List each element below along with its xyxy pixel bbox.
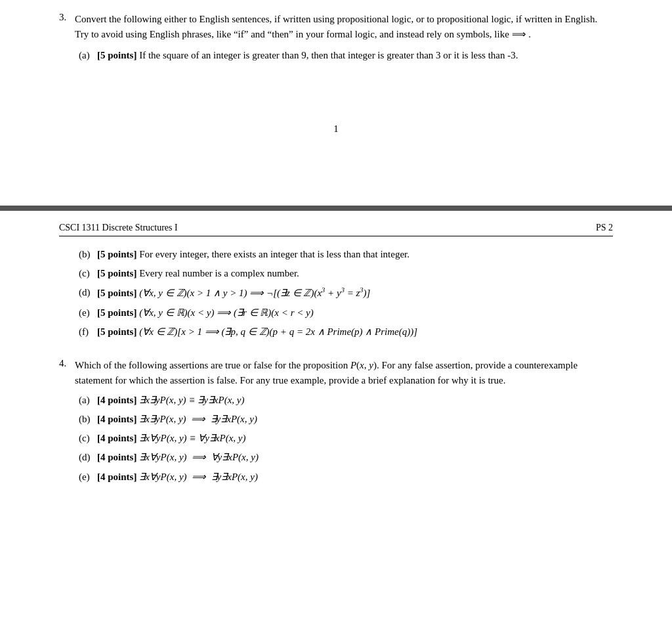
q4c-content: [4 points] ∃x∀yP(x, y) ≡ ∀y∃xP(x, y) <box>97 431 246 446</box>
page-header: CSCI 1311 Discrete Structures I PS 2 <box>59 223 613 236</box>
q4c-math: ∃x∀yP(x, y) ≡ ∀y∃xP(x, y) <box>139 433 245 443</box>
q4e-label: (e) <box>79 470 93 485</box>
q3a-label: (a) <box>79 48 93 63</box>
q3b-label: (b) <box>79 247 93 262</box>
q4-part-d: (d) [4 points] ∃x∀yP(x, y) ⟹ ∀y∃xP(x, y) <box>79 450 613 465</box>
q3e-points: [5 points] <box>97 307 136 318</box>
q4c-points: [4 points] <box>97 433 136 443</box>
q3-part-c: (c) [5 points] Every real number is a co… <box>79 266 613 281</box>
q3d-label: (d) <box>79 285 93 301</box>
q4e-content: [4 points] ∃x∀yP(x, y) ⟹ ∃y∃xP(x, y) <box>97 470 258 485</box>
q3e-label: (e) <box>79 305 93 320</box>
page-top: 3. Convert the following either to Engli… <box>0 0 672 206</box>
q3b-text: For every integer, there exists an integ… <box>139 249 410 259</box>
q3-part-e: (e) [5 points] (∀x, y ∈ ℝ)(x < y) ⟹ (∃r … <box>79 305 613 320</box>
page-number: 1 <box>59 123 613 135</box>
q3a-content: [5 points] If the square of an integer i… <box>97 48 518 63</box>
q3e-math: (∀x, y ∈ ℝ)(x < y) ⟹ (∃r ∈ ℝ)(x < r < y) <box>139 307 314 318</box>
q4b-label: (b) <box>79 412 93 427</box>
q3f-math: (∀x ∈ ℤ)[x > 1 ⟹ (∃p, q ∈ ℤ)(p + q = 2x … <box>139 326 417 337</box>
q3d-math: (∀x, y ∈ ℤ)(x > 1 ∧ y > 1) ⟹ ¬[(∃z ∈ ℤ)(… <box>139 288 370 298</box>
q3c-content: [5 points] Every real number is a comple… <box>97 266 299 281</box>
q3-parts-bf: (b) [5 points] For every integer, there … <box>59 247 613 340</box>
q4d-content: [4 points] ∃x∀yP(x, y) ⟹ ∀y∃xP(x, y) <box>97 450 259 465</box>
q4a-label: (a) <box>79 393 93 408</box>
q3f-label: (f) <box>79 324 93 340</box>
spacer2 <box>59 146 613 186</box>
q3c-points: [5 points] <box>97 268 136 278</box>
q3a-points: [5 points] <box>97 50 136 60</box>
q3c-label: (c) <box>79 266 93 281</box>
q4-part-c: (c) [4 points] ∃x∀yP(x, y) ≡ ∀y∃xP(x, y) <box>79 431 613 446</box>
q3d-points: [5 points] <box>97 288 136 298</box>
q3-part-b: (b) [5 points] For every integer, there … <box>79 247 613 262</box>
q4-part-e: (e) [4 points] ∃x∀yP(x, y) ⟹ ∃y∃xP(x, y) <box>79 470 613 485</box>
page-bottom: CSCI 1311 Discrete Structures I PS 2 (b)… <box>0 211 672 504</box>
question-4: 4. Which of the following assertions are… <box>59 358 613 485</box>
q3c-text: Every real number is a complex number. <box>139 268 299 278</box>
q4-number: 4. <box>59 358 71 389</box>
q4e-math: ∃x∀yP(x, y) ⟹ ∃y∃xP(x, y) <box>139 472 258 482</box>
q4b-math: ∃x∃yP(x, y) ⟹ ∃y∃xP(x, y) <box>139 414 257 424</box>
q3d-content: [5 points] (∀x, y ∈ ℤ)(x > 1 ∧ y > 1) ⟹ … <box>97 285 370 301</box>
q3-intro: Convert the following either to English … <box>75 12 613 43</box>
q4c-label: (c) <box>79 431 93 446</box>
q3f-content: [5 points] (∀x ∈ ℤ)[x > 1 ⟹ (∃p, q ∈ ℤ)(… <box>97 324 417 340</box>
q4d-math: ∃x∀yP(x, y) ⟹ ∀y∃xP(x, y) <box>139 452 259 462</box>
q3-part-d: (d) [5 points] (∀x, y ∈ ℤ)(x > 1 ∧ y > 1… <box>79 285 613 301</box>
q3-number: 3. <box>59 12 71 43</box>
spacer3 <box>59 345 613 358</box>
q3a-text: If the square of an integer is greater t… <box>139 50 518 60</box>
q4d-label: (d) <box>79 450 93 465</box>
q4b-content: [4 points] ∃x∃yP(x, y) ⟹ ∃y∃xP(x, y) <box>97 412 257 427</box>
q4d-points: [4 points] <box>97 452 136 462</box>
q3e-content: [5 points] (∀x, y ∈ ℝ)(x < y) ⟹ (∃r ∈ ℝ)… <box>97 305 314 320</box>
q3-part-f: (f) [5 points] (∀x ∈ ℤ)[x > 1 ⟹ (∃p, q ∈… <box>79 324 613 340</box>
q4-intro: Which of the following assertions are tr… <box>75 358 613 389</box>
ps-label: PS 2 <box>596 223 613 233</box>
q3-part-a: (a) [5 points] If the square of an integ… <box>79 48 613 63</box>
q3b-points: [5 points] <box>97 249 136 259</box>
q4e-points: [4 points] <box>97 472 136 482</box>
q4a-math: ∃x∃yP(x, y) ≡ ∃y∃xP(x, y) <box>139 395 244 405</box>
q4-part-b: (b) [4 points] ∃x∃yP(x, y) ⟹ ∃y∃xP(x, y) <box>79 412 613 427</box>
q4-part-a: (a) [4 points] ∃x∃yP(x, y) ≡ ∃y∃xP(x, y) <box>79 393 613 408</box>
q4a-points: [4 points] <box>97 395 136 405</box>
q4b-points: [4 points] <box>97 414 136 424</box>
q4-intro-row: 4. Which of the following assertions are… <box>59 358 613 389</box>
q4a-content: [4 points] ∃x∃yP(x, y) ≡ ∃y∃xP(x, y) <box>97 393 245 408</box>
page-divider <box>0 206 672 211</box>
q3b-content: [5 points] For every integer, there exis… <box>97 247 410 262</box>
course-title: CSCI 1311 Discrete Structures I <box>59 223 178 233</box>
q3f-points: [5 points] <box>97 326 136 337</box>
spacer1 <box>59 70 613 109</box>
question-3: 3. Convert the following either to Engli… <box>59 12 613 63</box>
